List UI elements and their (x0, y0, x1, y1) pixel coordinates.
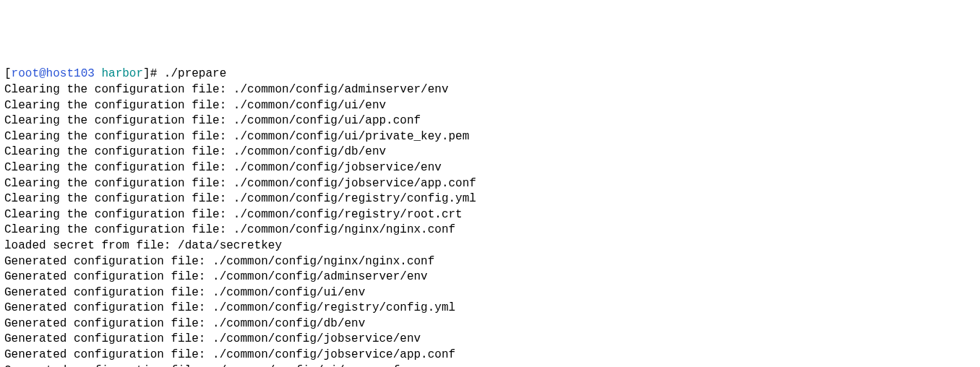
terminal-output-line: Generated configuration file: ./common/c… (4, 269, 976, 285)
terminal-output-line: Generated configuration file: ./common/c… (4, 347, 976, 363)
terminal-output-line: loaded secret from file: /data/secretkey (4, 238, 976, 254)
prompt-command: ./prepare (164, 67, 226, 80)
prompt-user-host: root@host103 (12, 67, 95, 80)
terminal-output-line: Clearing the configuration file: ./commo… (4, 98, 976, 114)
terminal-output-line: Clearing the configuration file: ./commo… (4, 82, 976, 98)
terminal-output-line: Clearing the configuration file: ./commo… (4, 207, 976, 223)
terminal-output-line: Generated configuration file: ./common/c… (4, 363, 976, 367)
prompt-space (95, 67, 102, 80)
terminal-output: Clearing the configuration file: ./commo… (4, 82, 976, 367)
terminal-output-line: Generated configuration file: ./common/c… (4, 254, 976, 270)
terminal-output-line: Clearing the configuration file: ./commo… (4, 144, 976, 160)
terminal-output-line: Clearing the configuration file: ./commo… (4, 113, 976, 129)
terminal-output-line: Clearing the configuration file: ./commo… (4, 223, 976, 238)
terminal-output-line: Clearing the configuration file: ./commo… (4, 160, 976, 176)
terminal-output-line: Generated configuration file: ./common/c… (4, 332, 976, 347)
terminal-output-line: Clearing the configuration file: ./commo… (4, 176, 976, 192)
terminal-prompt-line[interactable]: [root@host103 harbor]# ./prepare (4, 66, 976, 82)
terminal-output-line: Generated configuration file: ./common/c… (4, 316, 976, 332)
prompt-path: harbor (101, 67, 143, 80)
prompt-open-bracket: [ (4, 67, 12, 80)
terminal-output-line: Generated configuration file: ./common/c… (4, 285, 976, 301)
terminal-output-line: Clearing the configuration file: ./commo… (4, 129, 976, 145)
terminal-output-line: Clearing the configuration file: ./commo… (4, 191, 976, 207)
terminal-output-line: Generated configuration file: ./common/c… (4, 301, 976, 316)
prompt-close-bracket: ]# (143, 67, 164, 80)
